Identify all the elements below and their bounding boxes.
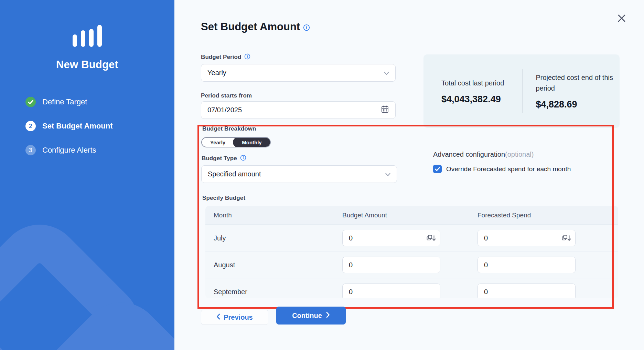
specify-budget-table: Month Budget Amount Forecasted Spend Jul… (205, 206, 618, 298)
budget-breakdown-toggle: Yearly Monthly (201, 137, 271, 147)
budget-breakdown-label: Budget Breakdown (202, 125, 256, 132)
optional-hint: (optional) (505, 151, 534, 158)
summary-value: $4,043,382.49 (441, 94, 515, 105)
info-icon[interactable] (240, 155, 246, 163)
previous-button[interactable]: Previous (201, 310, 268, 325)
page-title: Set Budget Amount (201, 21, 310, 34)
month-cell: July (214, 225, 226, 251)
column-header-forecasted-spend: Forecasted Spend (477, 212, 531, 219)
checkbox-label: Override Forecasted spend for each month (446, 165, 571, 173)
total-cost-last-period: Total cost last period $4,043,382.49 (423, 78, 515, 105)
step-label: Configure Alerts (42, 146, 96, 155)
override-forecast-checkbox-row[interactable]: Override Forecasted spend for each month (433, 165, 571, 173)
budget-period-label: Budget Period (201, 53, 250, 61)
summary-divider (523, 69, 523, 113)
budget-amount-input[interactable] (349, 261, 436, 269)
budget-period-select[interactable]: Yearly (201, 64, 396, 82)
step-complete-check-icon (25, 97, 36, 107)
step-label: Define Target (42, 97, 87, 106)
calendar-icon (381, 105, 389, 115)
summary-value: $4,828.69 (536, 99, 620, 110)
period-start-date-input[interactable]: 07/01/2025 (201, 101, 396, 119)
wizard-steps: Define Target 2 Set Budget Amount 3 Conf… (25, 97, 113, 169)
forecasted-spend-input[interactable] (484, 261, 571, 269)
checkbox-checked-icon[interactable] (433, 165, 442, 173)
specify-budget-label: Specify Budget (202, 195, 245, 202)
forecasted-spend-cell (477, 257, 576, 273)
continue-button[interactable]: Continue (276, 307, 346, 325)
budget-type-value: Specified amount (208, 170, 385, 178)
summary-label: Total cost last period (441, 78, 515, 89)
sidebar-step-define-target[interactable]: Define Target (25, 97, 113, 107)
period-starts-label: Period starts from (201, 92, 252, 99)
step-number-badge: 3 (25, 145, 36, 155)
budget-amount-input[interactable] (349, 234, 425, 242)
new-budget-wizard: New Budget Define Target 2 Set Budget Am… (0, 0, 644, 350)
budget-period-value: Yearly (207, 69, 384, 77)
sidebar-step-set-budget-amount[interactable]: 2 Set Budget Amount (25, 121, 113, 131)
continue-button-label: Continue (292, 312, 322, 320)
budget-amount-cell (342, 284, 440, 298)
step-label: Set Budget Amount (42, 122, 113, 131)
wizard-sidebar: New Budget Define Target 2 Set Budget Am… (0, 0, 174, 350)
sidebar-step-configure-alerts[interactable]: 3 Configure Alerts (25, 145, 113, 155)
toggle-option-yearly[interactable]: Yearly (202, 137, 234, 147)
month-cell: August (214, 251, 235, 278)
summary-label: Projected cost end of this period (536, 72, 620, 94)
toggle-option-monthly[interactable]: Monthly (233, 137, 271, 147)
table-row: July (205, 225, 618, 251)
budget-amount-cell (342, 230, 440, 246)
budget-amount-input[interactable] (349, 288, 436, 296)
bar-chart-icon (0, 25, 174, 47)
step-number-badge: 2 (25, 121, 36, 131)
forecasted-spend-input[interactable] (484, 288, 571, 296)
copy-down-icon[interactable] (427, 235, 436, 242)
chevron-right-icon (326, 312, 330, 320)
forecasted-spend-cell (477, 284, 576, 298)
period-start-date-value: 07/01/2025 (207, 106, 381, 114)
budget-amount-cell (342, 257, 440, 273)
budget-type-select[interactable]: Specified amount (201, 165, 397, 183)
table-row: September (205, 278, 618, 298)
month-cell: September (214, 278, 247, 298)
cost-summary-panel: Total cost last period $4,043,382.49 Pro… (423, 54, 620, 128)
forecasted-spend-cell (477, 230, 576, 246)
column-header-budget-amount: Budget Amount (342, 212, 387, 219)
wizard-title: New Budget (0, 59, 174, 71)
info-icon[interactable] (303, 21, 310, 34)
table-header-row: Month Budget Amount Forecasted Spend (205, 206, 618, 225)
advanced-config-title: Advanced configuration(optional) (433, 151, 534, 158)
forecasted-spend-input[interactable] (484, 234, 560, 242)
column-header-month: Month (214, 212, 232, 219)
copy-down-icon[interactable] (562, 235, 571, 242)
projected-cost-end-period: Projected cost end of this period $4,828… (536, 72, 620, 110)
budget-type-label: Budget Type (202, 155, 246, 163)
chevron-down-icon (385, 170, 390, 178)
previous-button-label: Previous (224, 313, 253, 321)
info-icon[interactable] (244, 53, 250, 61)
table-row: August (205, 251, 618, 278)
chevron-left-icon (216, 313, 220, 321)
chevron-down-icon (384, 69, 389, 77)
close-icon[interactable] (616, 13, 627, 23)
